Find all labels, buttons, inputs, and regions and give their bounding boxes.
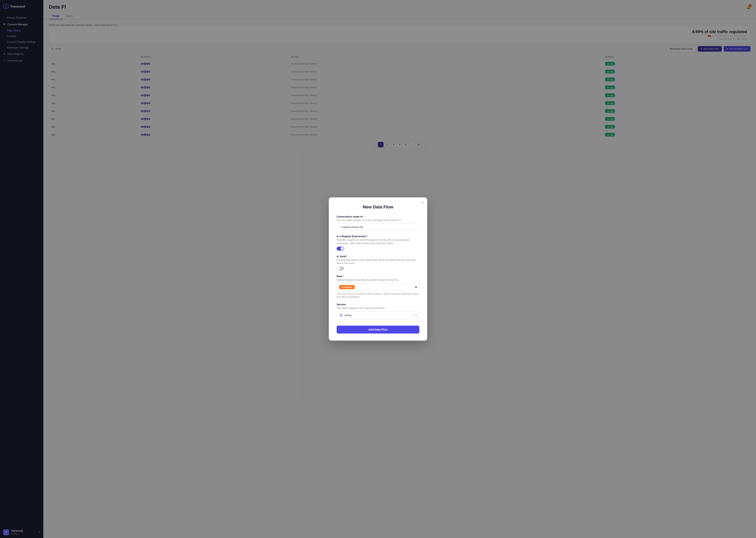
junk-section: Is Junk? Marking data flows as junk mean… — [337, 255, 419, 271]
junk-toggle-wrap — [337, 267, 419, 270]
connections-input[interactable] — [337, 224, 419, 231]
service-select[interactable]: Sentry × ▾ — [337, 311, 419, 319]
new-data-flow-modal: × New Data Flow Connections made to * Yo… — [329, 197, 427, 341]
chevron-down-icon: ▾ — [415, 313, 417, 317]
rule-desc: Network requests matching this pattern r… — [337, 278, 419, 282]
junk-desc: Marking data flows as junk means they wi… — [337, 258, 419, 265]
service-clear-button[interactable]: × — [412, 314, 414, 317]
connections-desc: You can match any part of a URL and appl… — [337, 219, 419, 222]
connections-section: Connections made to * You can match any … — [337, 215, 419, 231]
modal-overlay: × New Data Flow Connections made to * Yo… — [0, 0, 756, 538]
rule-select[interactable]: Analytics ▾ — [337, 283, 419, 291]
regex-label: Is a Regular Expression? — [337, 235, 419, 238]
regex-toggle[interactable] — [337, 247, 344, 250]
rule-hint: If the user has not consented to these p… — [337, 292, 419, 298]
toggle-knob — [337, 267, 340, 270]
service-section: Service This helps categorize and organi… — [337, 303, 419, 319]
toggle-knob — [341, 247, 344, 250]
sentry-icon — [339, 313, 343, 318]
junk-label: Is Junk? — [337, 255, 419, 258]
rule-label: Rule * — [337, 275, 419, 278]
required-marker: * — [363, 215, 364, 218]
rule-section: Rule * Network requests matching this pa… — [337, 275, 419, 298]
modal-close-button[interactable]: × — [421, 200, 424, 204]
add-data-flow-submit[interactable]: Add Data Flow — [337, 326, 419, 334]
regex-toggle-wrap — [337, 247, 419, 250]
rule-value: Analytics — [339, 285, 354, 289]
service-desc: This helps categorize and organize data … — [337, 306, 419, 310]
regex-section: Is a Regular Expression? Regulate reques… — [337, 235, 419, 250]
regex-desc: Regulate requests by matching against th… — [337, 239, 419, 245]
chevron-down-icon: ▾ — [415, 285, 417, 289]
required-marker: * — [343, 275, 344, 278]
modal-title: New Data Flow — [337, 204, 419, 210]
service-value-wrap: Sentry — [339, 313, 352, 318]
connections-label: Connections made to * — [337, 215, 419, 218]
junk-toggle[interactable] — [337, 267, 344, 270]
service-name: Sentry — [344, 314, 352, 317]
service-label: Service — [337, 303, 419, 306]
